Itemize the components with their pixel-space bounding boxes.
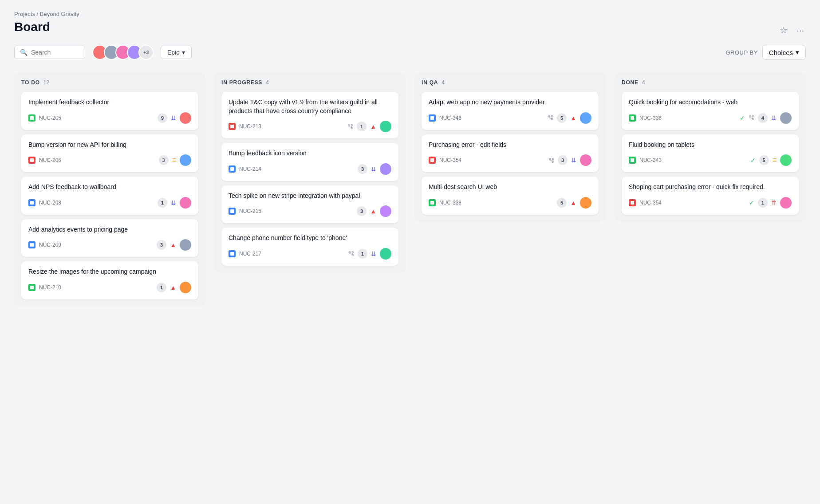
task-card[interactable]: Adapt web app no new payments provider N… [422,92,599,130]
avatar-more[interactable]: +3 [138,45,154,60]
column-title: DONE [622,79,639,86]
svg-rect-14 [230,252,234,256]
card-title: Fluid booking on tablets [629,141,792,150]
task-card[interactable]: Update T&C copy with v1.9 from the write… [221,92,398,138]
check-icon: ✓ [750,157,756,164]
choices-button[interactable]: Choices ▾ [762,45,806,60]
task-card[interactable]: Add NPS feedback to wallboard NUC-208 1 … [21,177,198,215]
more-button[interactable]: ··· [795,24,806,37]
task-card[interactable]: Bump feedback icon version NUC-214 3 ⇊ [221,143,398,181]
issue-type-icon [229,250,236,257]
star-button[interactable]: ☆ [778,23,789,37]
svg-point-16 [352,255,353,256]
breadcrumb: Projects / Beyond Gravity [14,11,806,17]
svg-point-7 [351,127,352,129]
task-card[interactable]: Change phone number field type to 'phone… [221,228,398,266]
card-meta-left: NUC-213 [229,123,261,130]
card-meta-left: NUC-209 [28,241,61,248]
issue-id: NUC-354 [639,200,662,206]
story-points-badge: 3 [558,155,568,165]
card-meta: NUC-210 1 ▲ [28,282,191,293]
priority-icon: ▲ [570,199,576,206]
assignee-avatar [780,197,792,209]
issue-id: NUC-343 [639,157,662,163]
task-card[interactable]: Resize the images for the upcoming campa… [21,261,198,299]
card-meta-right: ✓ 4 ⇊ [740,112,792,124]
chevron-down-icon: ▾ [796,48,799,56]
assignee-avatar [780,154,792,166]
svg-point-23 [551,118,552,120]
priority-icon: ▲ [570,114,576,122]
priority-icon: ≡ [773,156,777,164]
card-meta-right: 1 ▲ [157,282,191,293]
issue-id: NUC-214 [239,166,261,172]
svg-rect-12 [230,167,234,171]
card-meta: NUC-354 ✓ 1 ⇈ [629,197,792,209]
card-title: Adapt web app no new payments provider [429,98,591,107]
card-title: Bump version for new API for billing [28,141,191,150]
assignee-avatar [180,239,191,251]
task-card[interactable]: Shoping cart purchasing error - quick fi… [622,177,799,215]
search-input[interactable] [31,49,79,56]
kanban-board: TO DO 12 Implement feedback collector NU… [14,72,806,307]
svg-point-38 [752,118,753,120]
svg-point-39 [752,116,753,117]
svg-line-19 [350,254,353,255]
assignee-avatar [580,197,591,209]
toolbar-right: GROUP BY Choices ▾ [725,45,806,60]
card-title: Purchasing error - edit fields [429,141,591,150]
task-card[interactable]: Implement feedback collector NUC-205 9 ⇊ [21,92,198,130]
assignee-avatar [180,112,191,124]
issue-id: NUC-208 [39,200,61,206]
column-count: 4 [266,79,269,86]
card-meta-left: NUC-343 [629,157,662,164]
card-meta: NUC-213 1 ▲ [229,121,391,132]
svg-rect-21 [430,116,434,120]
git-icon [548,158,554,163]
issue-type-icon [28,284,35,291]
epic-filter-button[interactable]: Epic ▾ [161,46,192,59]
issue-type-icon [629,114,636,122]
svg-point-30 [552,161,553,162]
priority-icon: ≡ [172,156,176,164]
task-card[interactable]: Tech spike on new stripe integration wit… [221,185,398,224]
column-header: DONE 4 [622,79,799,86]
card-meta-right: 3 ⇊ [548,154,591,166]
svg-point-31 [552,158,553,159]
card-meta-right: 1 ⇊ [348,248,391,260]
issue-id: NUC-346 [439,115,461,121]
git-icon [347,124,353,130]
task-card[interactable]: Multi-dest search UI web NUC-338 5 ▲ [422,177,599,215]
card-meta-left: NUC-206 [28,157,61,164]
story-points-badge: 9 [158,113,167,123]
card-meta-right: 1 ⇊ [158,197,191,209]
task-card[interactable]: Add analytics events to pricing page NUC… [21,219,198,257]
priority-icon: ▲ [370,123,376,130]
card-meta-left: NUC-205 [28,114,61,122]
card-meta-left: NUC-208 [28,199,61,206]
assignee-avatar [380,248,391,260]
task-card[interactable]: Fluid booking on tablets NUC-343 ✓ 5 ≡ [622,134,799,173]
story-points-badge: 5 [557,198,567,208]
card-meta: NUC-343 ✓ 5 ≡ [629,154,792,166]
search-icon: 🔍 [20,49,28,56]
card-meta-right: 3 ⇊ [358,163,391,175]
toolbar-left: 🔍 +3 Epic ▾ [14,45,192,60]
story-points-badge: 1 [758,198,768,208]
column-done: DONE 4 Quick booking for accomodations -… [615,72,806,222]
card-title: Add analytics events to pricing page [28,225,191,234]
task-card[interactable]: Bump version for new API for billing NUC… [21,134,198,173]
card-meta: NUC-346 5 ▲ [429,112,591,124]
card-meta-left: NUC-215 [229,208,261,215]
issue-type-icon [629,199,636,206]
svg-point-24 [551,116,552,117]
issue-type-icon [229,165,236,173]
story-points-badge: 3 [358,164,367,174]
card-title: Multi-dest search UI web [429,183,591,192]
task-card[interactable]: Purchasing error - edit fields NUC-354 [422,134,599,173]
issue-id: NUC-336 [639,115,662,121]
task-card[interactable]: Quick booking for accomodations - web NU… [622,92,799,130]
card-meta: NUC-206 3 ≡ [28,154,191,166]
card-meta-left: NUC-210 [28,284,61,291]
svg-point-37 [749,116,751,117]
